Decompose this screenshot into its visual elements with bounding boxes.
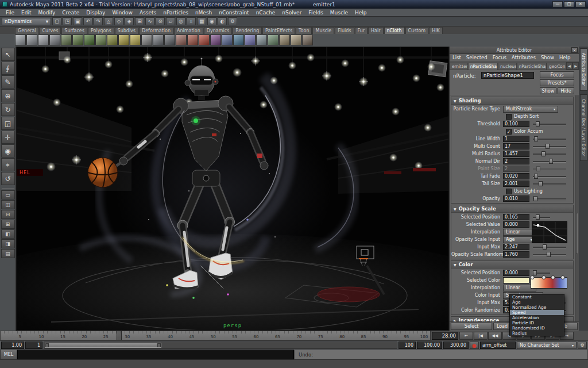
step-back-key-button[interactable]: ◀◀: [488, 332, 502, 340]
depth-sort-checkbox[interactable]: [506, 114, 512, 120]
menu-item[interactable]: File: [2, 10, 18, 16]
tab-scroll-right-button[interactable]: ▶: [572, 62, 579, 70]
tab-scroll-left-button[interactable]: ◀: [566, 62, 572, 70]
color-ramp-widget[interactable]: [531, 277, 567, 289]
tail-size-field[interactable]: 2.001: [503, 181, 529, 187]
menu-item[interactable]: nMesh: [192, 10, 215, 16]
shelf-tab[interactable]: Animation: [174, 27, 203, 34]
new-scene-icon[interactable]: ▢: [52, 17, 61, 25]
select-by-component-icon[interactable]: ◈: [125, 17, 134, 25]
attribute-editor-menu-item[interactable]: Focus: [493, 55, 506, 60]
show-manipulator-icon[interactable]: ⌖: [1, 158, 15, 171]
normal-dir-field[interactable]: 2: [503, 158, 529, 164]
color-input-option[interactable]: Normalized Age: [510, 305, 564, 310]
section-header-shading[interactable]: ▼ Shading: [451, 97, 573, 105]
shelf-tab[interactable]: Rendering: [233, 27, 262, 34]
ipr-render-icon[interactable]: ◐: [218, 17, 227, 25]
focus-button[interactable]: Focus: [540, 71, 574, 78]
layout-single-pane-icon[interactable]: ▭: [1, 190, 15, 200]
select-button[interactable]: Select: [451, 323, 492, 330]
scale-tool-icon[interactable]: ◲: [1, 117, 15, 130]
shelf-icon[interactable]: [268, 34, 278, 45]
color-input-option[interactable]: Constant: [510, 294, 564, 300]
shelf-tab[interactable]: Deformation: [139, 27, 173, 34]
node-tab[interactable]: emitter1: [450, 63, 468, 70]
section-header-opacity-scale[interactable]: ▼ Opacity Scale: [451, 205, 573, 213]
character-set-dropdown[interactable]: No Character Set ▾: [517, 342, 577, 349]
node-tab[interactable]: nucleus1: [498, 63, 517, 70]
selected-color-swatch[interactable]: [503, 277, 529, 283]
playback-end-field[interactable]: 100: [399, 342, 416, 349]
save-scene-icon[interactable]: ▣: [73, 17, 82, 25]
node-tab[interactable]: nParticleShape1: [468, 63, 498, 70]
menu-item[interactable]: Modify: [35, 10, 59, 16]
multi-count-field[interactable]: 17: [503, 143, 529, 150]
menu-item[interactable]: nSolver: [278, 10, 305, 16]
os-randomize-field[interactable]: 1.760: [503, 251, 529, 258]
color-selected-position-field[interactable]: 0.000: [503, 270, 529, 276]
menu-item[interactable]: Help: [351, 10, 370, 16]
undo-icon[interactable]: ↶: [83, 17, 92, 25]
node-tab[interactable]: nParticleShape2: [517, 63, 547, 70]
paint-select-tool-icon[interactable]: ✎: [1, 75, 15, 89]
menu-item[interactable]: nCache: [253, 10, 279, 16]
shelf-tab[interactable]: Surfaces: [61, 27, 87, 34]
panel-side-tab[interactable]: Channel Box / Layer Editor: [580, 94, 587, 161]
multi-radius-slider[interactable]: [533, 151, 566, 156]
layout-four-pane-icon[interactable]: ⊞: [1, 220, 15, 229]
make-live-icon[interactable]: ◎: [176, 17, 185, 25]
render-frame-icon[interactable]: ◉: [207, 17, 216, 25]
color-input-option[interactable]: Radius: [510, 331, 564, 336]
os-selected-position-slider[interactable]: [533, 214, 550, 220]
menu-item[interactable]: Assets: [136, 10, 160, 16]
show-button[interactable]: Show: [540, 87, 556, 94]
os-selected-position-field[interactable]: 0.165: [503, 214, 529, 220]
menu-item[interactable]: Window: [109, 10, 136, 16]
multi-count-slider[interactable]: [533, 144, 566, 149]
line-width-field[interactable]: 1: [503, 136, 529, 142]
presets-button[interactable]: Presets*: [540, 79, 574, 86]
construction-history-icon[interactable]: ⌗: [187, 17, 196, 25]
layout-three-split-icon[interactable]: ◧: [1, 229, 15, 239]
range-slider[interactable]: [44, 342, 397, 349]
node-name-field[interactable]: nParticleShape1: [481, 72, 534, 79]
maximize-button[interactable]: □: [564, 1, 574, 7]
color-input-option[interactable]: Acceleration: [510, 315, 564, 320]
rotate-tool-icon[interactable]: ↻: [1, 103, 15, 116]
tail-size-slider[interactable]: [533, 181, 566, 186]
select-tool-icon[interactable]: ↖: [1, 48, 15, 61]
node-tab[interactable]: geoCon...: [547, 63, 566, 70]
lasso-tool-icon[interactable]: ∮: [1, 62, 15, 75]
color-accum-checkbox[interactable]: [506, 129, 512, 135]
shelf-icon[interactable]: [245, 34, 256, 45]
shelf-tab[interactable]: PaintEffects: [262, 27, 295, 34]
shelf-tab[interactable]: nCloth: [384, 27, 405, 34]
attribute-editor-scrollbar[interactable]: [575, 95, 579, 321]
opacity-scale-input-dropdown[interactable]: Age ▾: [503, 236, 535, 243]
current-frame-field[interactable]: 28.00: [432, 332, 458, 340]
close-button[interactable]: ✕: [575, 1, 586, 7]
last-tool-icon[interactable]: ↺: [1, 172, 15, 185]
animation-preferences-button[interactable]: ⚙: [578, 342, 587, 349]
os-randomize-slider[interactable]: [533, 252, 566, 257]
shelf-icon[interactable]: [222, 34, 233, 45]
color-input-option[interactable]: Randomized ID: [510, 325, 564, 331]
layout-hypergraph-persp-icon[interactable]: ▤: [1, 249, 15, 258]
shelf-icon[interactable]: [176, 34, 187, 45]
arm-offset-field[interactable]: arm_offset: [480, 342, 516, 349]
line-width-slider[interactable]: [533, 136, 566, 141]
shelf-icon[interactable]: [153, 34, 164, 45]
shelf-tab[interactable]: HIK: [429, 27, 443, 34]
shelf-icon[interactable]: [15, 34, 26, 45]
shelf-tab[interactable]: Hair: [368, 27, 383, 34]
current-frame-marker[interactable]: [117, 331, 122, 340]
shelf-tab[interactable]: Fluids: [335, 27, 354, 34]
shelf-tab[interactable]: Toon: [296, 27, 312, 34]
section-header-color[interactable]: ▼ Color: [451, 261, 573, 269]
use-lighting-checkbox[interactable]: [506, 189, 512, 194]
auto-keyframe-button[interactable]: ●: [470, 342, 479, 349]
os-input-max-field[interactable]: 2.247: [503, 244, 529, 250]
menu-item[interactable]: Edit: [18, 10, 34, 16]
end-time-field[interactable]: 100.00: [417, 342, 442, 349]
opacity-slider[interactable]: [533, 196, 566, 201]
